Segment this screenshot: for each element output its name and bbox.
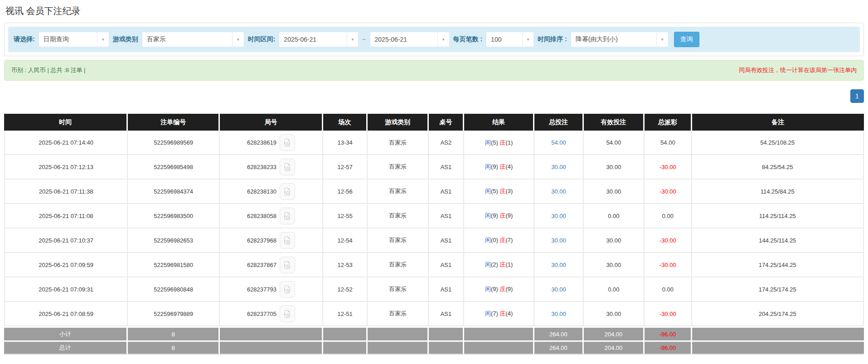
cell-round-number: 628237867 (220, 253, 323, 277)
cell-table-number: AS1 (429, 277, 464, 302)
round-number-text: 628237705 (247, 311, 276, 317)
video-record-button[interactable] (280, 306, 295, 322)
cell-bet-number: 522596981580 (128, 253, 220, 277)
table-row: 2025-06-21 07:09:59 522596981580 6282378… (4, 253, 864, 277)
summary-empty-cell (323, 340, 368, 354)
summary-row: 总计 8 264.00 204.00 -96.00 (4, 340, 864, 354)
result-banker-label: 庄 (499, 139, 505, 146)
column-header-result: 结果 (464, 114, 535, 131)
cell-session: 12-54 (323, 228, 368, 253)
cell-round-number: 628238619 (220, 131, 323, 155)
total-bet-link[interactable]: 30.00 (551, 262, 566, 268)
total-bet-link[interactable]: 30.00 (551, 237, 566, 244)
cell-total-payout: -30.00 (645, 155, 692, 180)
cell-table-number: AS1 (429, 204, 464, 228)
chevron-down-icon[interactable]: ▼ (97, 32, 109, 47)
cell-bet-number: 522596982653 (128, 228, 220, 253)
video-record-button[interactable] (280, 134, 295, 151)
cell-game-type: 百家乐 (368, 155, 429, 180)
round-number-text: 628237867 (247, 262, 276, 268)
chevron-down-icon[interactable]: ▼ (522, 32, 533, 47)
cell-game-type: 百家乐 (368, 277, 429, 302)
cell-bet-number: 522596984374 (128, 180, 220, 204)
result-player-label: 闲 (485, 212, 491, 219)
summary-empty-cell (692, 340, 864, 354)
result-banker-label: 庄 (499, 188, 505, 194)
column-header-session: 场次 (323, 114, 368, 131)
summary-empty-cell (464, 340, 535, 354)
result-player-label: 闲 (485, 188, 491, 194)
cell-total-bet: 30.00 (534, 277, 583, 302)
cell-result: 闲(9) 庄(9) (464, 204, 535, 228)
result-player-score: (9) (491, 286, 498, 292)
cell-table-number: AS1 (429, 180, 464, 204)
game-type-value: 百家乐 (142, 32, 232, 47)
video-record-button[interactable] (280, 281, 295, 298)
summary-label: 小计 (4, 326, 128, 340)
summary-total-bet: 264.00 (534, 326, 583, 340)
result-banker-label: 庄 (499, 310, 505, 317)
cell-time: 2025-06-21 07:10:37 (4, 228, 128, 253)
video-record-button[interactable] (280, 232, 295, 249)
summary-empty-cell (692, 326, 864, 340)
bet-records-table: 时间 注单编号 局号 场次 游戏类别 桌号 结果 总投注 有效投注 总派彩 备注… (4, 114, 864, 354)
video-record-button[interactable] (280, 257, 295, 273)
video-record-button[interactable] (280, 183, 295, 200)
summary-empty-cell (429, 326, 464, 340)
total-bet-link[interactable]: 30.00 (551, 164, 566, 170)
cell-game-type: 百家乐 (368, 180, 429, 204)
chevron-down-icon[interactable]: ▼ (232, 32, 244, 47)
cell-remark: 84.25/54.25 (692, 155, 864, 180)
cell-result: 闲(0) 庄(7) (464, 228, 535, 253)
date-to-select[interactable]: 2025-06-21 ▼ (370, 32, 450, 47)
result-player-score: (5) (491, 188, 498, 194)
result-player-label: 闲 (485, 139, 491, 146)
round-number-text: 628238233 (247, 164, 276, 170)
total-bet-link[interactable]: 30.00 (551, 213, 566, 219)
game-type-select[interactable]: 百家乐 ▼ (142, 32, 244, 47)
video-record-button[interactable] (280, 159, 295, 175)
chevron-down-icon[interactable]: ▼ (437, 32, 449, 47)
cell-valid-bet: 30.00 (584, 180, 645, 204)
page-title: 视讯 会员下注纪录 (5, 5, 864, 17)
cell-game-type: 百家乐 (368, 228, 429, 253)
result-banker-score: (7) (505, 237, 513, 243)
column-header-bet-number: 注单编号 (128, 114, 220, 131)
result-banker-score: (3) (505, 188, 513, 194)
game-type-label: 游戏类别 (113, 35, 138, 44)
cell-total-bet: 30.00 (534, 180, 583, 204)
pagination-page-1[interactable]: 1 (850, 89, 864, 103)
query-type-select[interactable]: 日期查询 ▼ (39, 32, 109, 47)
per-page-select[interactable]: 100 ▼ (486, 32, 534, 47)
cell-valid-bet: 30.00 (584, 228, 645, 253)
total-bet-link[interactable]: 30.00 (551, 311, 566, 317)
cell-total-bet: 30.00 (534, 253, 583, 277)
date-from-select[interactable]: 2025-06-21 ▼ (279, 32, 359, 47)
total-bet-link[interactable]: 30.00 (551, 286, 566, 293)
cell-round-number: 628238130 (220, 180, 323, 204)
table-header-row: 时间 注单编号 局号 场次 游戏类别 桌号 结果 总投注 有效投注 总派彩 备注 (4, 114, 864, 131)
cell-total-payout: 54.00 (645, 131, 692, 155)
total-bet-link[interactable]: 54.00 (551, 139, 566, 146)
search-button[interactable]: 查询 (674, 32, 699, 47)
video-file-icon (283, 236, 291, 245)
cell-session: 12-56 (323, 180, 368, 204)
round-number-text: 628237793 (247, 286, 276, 293)
cell-remark: 174.25/174.25 (692, 277, 864, 302)
cell-time: 2025-06-21 07:09:59 (4, 253, 128, 277)
date-from-value: 2025-06-21 (279, 32, 346, 47)
video-record-button[interactable] (280, 208, 295, 224)
summary-bar: 币别 : 人民币 | 总共 :8 注单 | 同局有效投注，统一计算在该局第一张注… (4, 60, 864, 81)
chevron-down-icon[interactable]: ▼ (656, 32, 668, 47)
page-container: 视讯 会员下注纪录 请选择: 日期查询 ▼ 游戏类别 百家乐 ▼ 时间区间: 2… (0, 5, 868, 354)
cell-bet-number: 522596979889 (128, 302, 220, 326)
cell-table-number: AS1 (429, 155, 464, 180)
sort-order-select[interactable]: 降幂(由大到小) ▼ (571, 32, 669, 47)
video-file-icon (283, 163, 291, 171)
chevron-down-icon[interactable]: ▼ (347, 32, 359, 47)
table-body: 2025-06-21 07:14:40 522596989569 6282386… (4, 131, 864, 326)
cell-time: 2025-06-21 07:14:40 (4, 131, 128, 155)
total-bet-link[interactable]: 30.00 (551, 188, 566, 195)
summary-empty-cell (368, 340, 429, 354)
result-banker-score: (1) (505, 261, 513, 268)
